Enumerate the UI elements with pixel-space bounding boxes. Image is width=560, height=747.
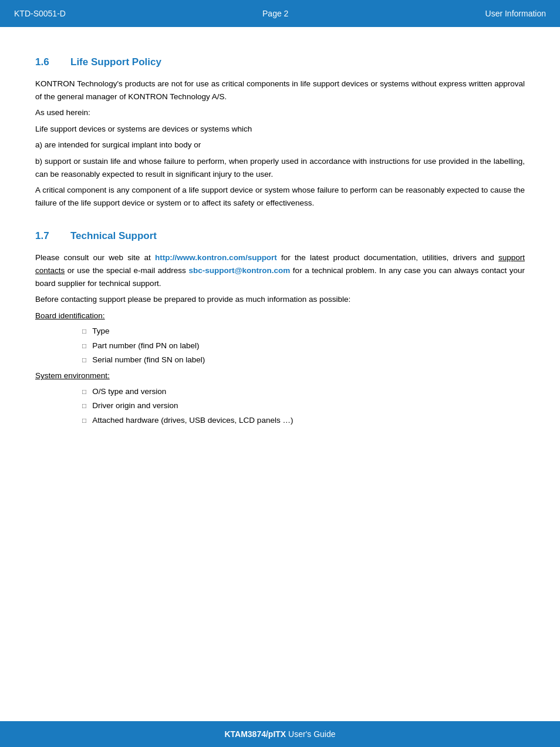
intro-text-1: Please consult our web site at [35, 253, 155, 262]
section-1-6-para-4: a) are intended for surgical implant int… [35, 139, 525, 152]
header-section-title: User Information [485, 9, 546, 18]
board-id-label: Board identification: [35, 309, 525, 322]
section-1-6-para-3: Life support devices or systems are devi… [35, 123, 525, 136]
bullet-icon: □ [82, 325, 86, 337]
intro-text-3: or use the special e-mail address [65, 266, 188, 275]
bullet-icon: □ [82, 340, 86, 352]
list-item: □ Driver origin and version [82, 400, 525, 412]
system-env-underlined-label: System environment: [35, 371, 110, 380]
list-item: □ Part number (find PN on label) [82, 340, 525, 352]
list-item: □ O/S type and version [82, 386, 525, 398]
section-1-6-para-5: b) support or sustain life and whose fai… [35, 155, 525, 180]
list-item: □ Type [82, 325, 525, 337]
page-header: KTD-S0051-D Page 2 User Information [0, 0, 560, 27]
bullet-icon: □ [82, 400, 86, 412]
footer-product-name: KTAM3874/pITX User's Guide [224, 729, 335, 739]
board-id-list: □ Type □ Part number (find PN on label) … [82, 325, 525, 366]
intro-text-2: for the latest product documentation, ut… [277, 253, 498, 262]
list-item: □ Serial number (find SN on label) [82, 354, 525, 366]
section-1-6-para-6: A critical component is any component of… [35, 184, 525, 209]
list-item-label: Attached hardware (drives, USB devices, … [92, 415, 293, 426]
bullet-icon: □ [82, 354, 86, 366]
list-item: □ Attached hardware (drives, USB devices… [82, 415, 525, 426]
list-item-label: Part number (find PN on label) [92, 340, 199, 352]
header-page-number: Page 2 [262, 9, 288, 18]
section-1-7-number: 1.7 [35, 230, 70, 242]
section-1-7-before-prepare: Before contacting support please be prep… [35, 293, 525, 306]
section-1-6-heading: 1.6 Life Support Policy [35, 56, 525, 68]
section-1-7-title: Technical Support [70, 230, 157, 242]
list-item-label: Type [92, 325, 109, 337]
bullet-icon: □ [82, 386, 86, 398]
list-item-label: O/S type and version [92, 386, 166, 398]
board-id-underlined-label: Board identification: [35, 311, 105, 320]
header-doc-id: KTD-S0051-D [14, 9, 66, 18]
section-1-6-para-2: As used herein: [35, 106, 525, 119]
section-1-7: 1.7 Technical Support Please consult our… [35, 230, 525, 426]
list-item-label: Driver origin and version [92, 400, 178, 412]
bullet-icon: □ [82, 415, 86, 426]
section-1-7-heading: 1.7 Technical Support [35, 230, 525, 242]
system-env-list: □ O/S type and version □ Driver origin a… [82, 386, 525, 426]
section-1-6-title: Life Support Policy [70, 56, 161, 68]
footer-bold-text: KTAM3874/pITX [224, 729, 286, 739]
support-email-link[interactable]: sbc-support@kontron.com [188, 266, 290, 275]
section-1-6-number: 1.6 [35, 56, 70, 68]
section-1-6-para-1: KONTRON Technology's products are not fo… [35, 78, 525, 103]
footer-normal-text: User's Guide [286, 729, 335, 739]
kontron-support-link[interactable]: http://www.kontron.com/support [155, 253, 277, 262]
list-item-label: Serial number (find SN on label) [92, 354, 205, 366]
system-env-label: System environment: [35, 369, 525, 382]
section-1-7-intro: Please consult our web site at http://ww… [35, 251, 525, 290]
section-1-6: 1.6 Life Support Policy KONTRON Technolo… [35, 56, 525, 209]
page-footer: KTAM3874/pITX User's Guide [0, 721, 560, 747]
main-content: 1.6 Life Support Policy KONTRON Technolo… [0, 27, 560, 471]
